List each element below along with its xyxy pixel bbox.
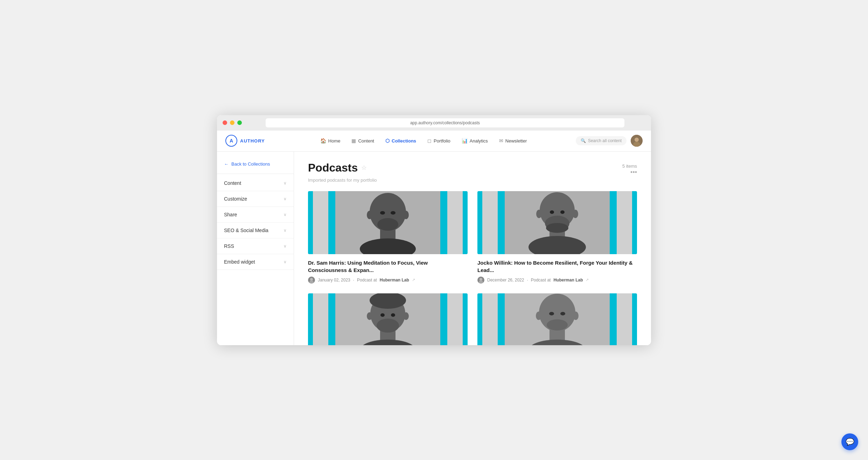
svg-point-43 bbox=[391, 313, 395, 317]
svg-point-26 bbox=[546, 223, 568, 233]
svg-point-21 bbox=[536, 210, 542, 218]
card-2-title: Jocko Willink: How to Become Resilient, … bbox=[477, 259, 637, 274]
thumbnail-svg-3 bbox=[308, 293, 468, 345]
header-right: 5 items ••• bbox=[622, 161, 637, 176]
svg-rect-33 bbox=[328, 293, 335, 345]
favorite-star-icon[interactable]: ☆ bbox=[361, 164, 367, 172]
sidebar-item-share[interactable]: Share ∨ bbox=[217, 207, 294, 223]
card-3-image bbox=[308, 293, 468, 345]
svg-point-52 bbox=[573, 312, 579, 320]
nav-links: 🏠 Home ▦ Content ⬡ Collections ◻ Portfol… bbox=[281, 136, 566, 146]
card-2-meta: December 26, 2022 · Podcast at Huberman … bbox=[477, 277, 637, 284]
svg-point-27 bbox=[550, 210, 554, 214]
sidebar: ← Back to Collections Content ∨ Customiz… bbox=[217, 152, 294, 345]
card-3[interactable]: The Science of Creativity & How to Decem… bbox=[308, 293, 468, 345]
newsletter-icon: ✉ bbox=[499, 138, 503, 144]
sidebar-item-seo[interactable]: SEO & Social Media ∨ bbox=[217, 223, 294, 238]
svg-point-41 bbox=[377, 319, 399, 333]
svg-point-22 bbox=[573, 210, 578, 218]
navbar: A AUTHORY 🏠 Home ▦ Content ⬡ Collections bbox=[217, 131, 651, 152]
sidebar-share-label: Share bbox=[224, 212, 237, 217]
nav-right: 🔍 Search all content bbox=[566, 135, 643, 147]
chevron-down-icon: ∨ bbox=[284, 212, 287, 217]
chevron-down-icon: ∨ bbox=[284, 181, 287, 186]
back-label: Back to Collections bbox=[231, 161, 270, 167]
svg-rect-19 bbox=[610, 191, 617, 254]
card-1-date: January 02, 2023 bbox=[318, 278, 350, 283]
back-to-collections[interactable]: ← Back to Collections bbox=[217, 159, 294, 172]
nav-analytics-label: Analytics bbox=[470, 138, 488, 144]
search-bar[interactable]: 🔍 Search all content bbox=[576, 136, 626, 145]
external-link-icon[interactable]: ↗ bbox=[412, 278, 415, 282]
nav-portfolio[interactable]: ◻ Portfolio bbox=[422, 136, 455, 146]
svg-point-56 bbox=[549, 312, 554, 315]
podcast-thumbnail-1 bbox=[308, 191, 468, 254]
nav-newsletter[interactable]: ✉ Newsletter bbox=[494, 136, 532, 146]
svg-point-57 bbox=[560, 312, 565, 315]
svg-rect-18 bbox=[498, 191, 505, 254]
nav-analytics[interactable]: 📊 Analytics bbox=[457, 136, 493, 146]
thumbnail-svg-2 bbox=[477, 191, 637, 254]
sidebar-item-rss[interactable]: RSS ∨ bbox=[217, 238, 294, 254]
svg-rect-49 bbox=[610, 293, 617, 345]
page-header: Podcasts ☆ 5 items ••• bbox=[308, 161, 637, 176]
content-icon: ▦ bbox=[351, 138, 356, 144]
more-options-icon[interactable]: ••• bbox=[630, 169, 637, 176]
card-1-title: Dr. Sam Harris: Using Meditation to Focu… bbox=[308, 259, 468, 274]
browser-close-dot[interactable] bbox=[223, 120, 227, 125]
page-title: Podcasts bbox=[308, 161, 358, 174]
chat-widget[interactable]: 💬 bbox=[841, 433, 858, 450]
nav-home[interactable]: 🏠 Home bbox=[315, 136, 345, 146]
svg-point-30 bbox=[479, 278, 482, 281]
logo-text: AUTHORY bbox=[240, 138, 265, 144]
card-2-separator: · bbox=[527, 278, 528, 283]
chevron-down-icon: ∨ bbox=[284, 228, 287, 233]
chevron-down-icon: ∨ bbox=[284, 196, 287, 201]
items-count: 5 items bbox=[622, 163, 637, 169]
card-1-separator: · bbox=[353, 278, 354, 283]
card-2-date: December 26, 2022 bbox=[487, 278, 524, 283]
home-icon: 🏠 bbox=[320, 138, 326, 144]
nav-home-label: Home bbox=[328, 138, 341, 144]
search-icon: 🔍 bbox=[581, 138, 586, 143]
card-1-avatar bbox=[308, 277, 315, 284]
page-title-row: Podcasts ☆ bbox=[308, 161, 367, 174]
sidebar-item-customize[interactable]: Customize ∨ bbox=[217, 191, 294, 207]
nav-content-label: Content bbox=[358, 138, 374, 144]
svg-point-42 bbox=[380, 313, 385, 317]
card-2[interactable]: Jocko Willink: How to Become Resilient, … bbox=[477, 191, 637, 284]
card-2-image bbox=[477, 191, 637, 254]
logo-area[interactable]: A AUTHORY bbox=[225, 135, 281, 147]
card-2-source: Huberman Lab bbox=[553, 278, 583, 283]
svg-point-8 bbox=[403, 211, 409, 219]
svg-point-38 bbox=[403, 312, 409, 320]
chat-icon: 💬 bbox=[846, 438, 854, 446]
nav-collections[interactable]: ⬡ Collections bbox=[380, 136, 421, 146]
nav-newsletter-label: Newsletter bbox=[505, 138, 527, 144]
card-1-image bbox=[308, 191, 468, 254]
svg-point-55 bbox=[547, 319, 568, 330]
sidebar-seo-label: SEO & Social Media bbox=[224, 228, 268, 233]
sidebar-item-content[interactable]: Content ∨ bbox=[217, 175, 294, 191]
browser-url-bar[interactable]: app.authory.com/collections/podcasts bbox=[266, 118, 624, 127]
nav-content[interactable]: ▦ Content bbox=[346, 136, 379, 146]
card-4[interactable]: LIVE EVENT Q&A: Dr. Andrew December 12, … bbox=[477, 293, 637, 345]
sidebar-item-embed-widget[interactable]: Embed widget ∨ bbox=[217, 254, 294, 270]
card-1-source: Huberman Lab bbox=[380, 278, 409, 283]
browser-maximize-dot[interactable] bbox=[237, 120, 242, 125]
svg-point-7 bbox=[367, 211, 372, 219]
content-area: Podcasts ☆ 5 items ••• Imported podcasts… bbox=[294, 152, 651, 345]
avatar[interactable] bbox=[631, 135, 643, 147]
card-1[interactable]: Dr. Sam Harris: Using Meditation to Focu… bbox=[308, 191, 468, 284]
svg-rect-34 bbox=[440, 293, 447, 345]
app-body: A AUTHORY 🏠 Home ▦ Content ⬡ Collections bbox=[217, 131, 651, 345]
svg-point-37 bbox=[367, 312, 372, 320]
card-1-type: Podcast at bbox=[357, 278, 377, 283]
chevron-down-icon: ∨ bbox=[284, 259, 287, 264]
browser-minimize-dot[interactable] bbox=[230, 120, 234, 125]
podcast-thumbnail-4 bbox=[477, 293, 637, 345]
svg-point-15 bbox=[310, 278, 313, 281]
logo-icon: A bbox=[225, 135, 237, 147]
external-link-icon-2[interactable]: ↗ bbox=[586, 278, 589, 282]
sidebar-customize-label: Customize bbox=[224, 196, 247, 202]
